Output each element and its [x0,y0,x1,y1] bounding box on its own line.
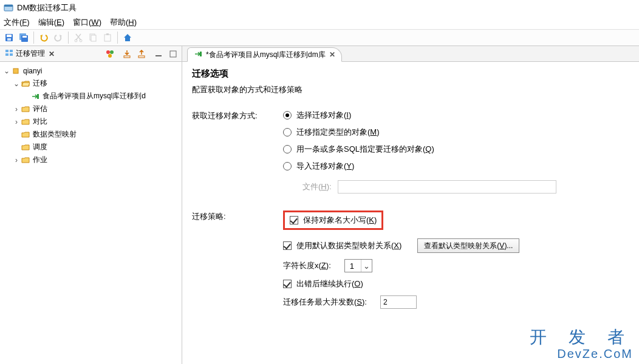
tree-item-evaluate[interactable]: › 评估 [1,103,180,115]
file-input [338,180,556,194]
left-panel-tab[interactable]: 迁移管理 ✕ [2,47,57,60]
tree-item-type-mapping[interactable]: 数据类型映射 [1,128,180,141]
tree-root[interactable]: ⌄ qianyi [1,64,180,77]
check-label: 出错后继续执行(O) [296,278,363,289]
radio-by-sql[interactable]: 用一条或多条SQL指定要迁移的对象(Q) [283,144,629,155]
radio-icon [283,111,292,120]
menu-edit[interactable]: 编辑(E) [38,17,64,28]
tree-item-label: 对比 [33,116,47,127]
migration-task-icon [30,92,40,101]
svg-rect-4 [7,38,11,41]
svg-point-19 [110,50,114,54]
migration-manager-icon [5,49,13,59]
tree-root-label: qianyi [23,67,42,75]
svg-rect-1 [4,5,13,7]
editor-content: 迁移选项 配置获取对象的方式和迁移策略 获取迁移对象方式: 选择迁移对象(I) … [182,62,639,364]
checkbox-icon [290,216,298,224]
svg-rect-24 [170,51,176,57]
save-icon[interactable] [2,31,16,44]
collapse-icon[interactable]: ⌄ [2,67,11,75]
radio-import[interactable]: 导入迁移对象(Y) [283,161,629,172]
expand-icon[interactable]: › [12,105,21,113]
editor-tab-label: *食品考评项目从mysql库迁移到dm库 [206,50,326,60]
tree-item-migration-child[interactable]: 食品考评项目从mysql库迁移到d [1,90,180,103]
collapse-icon[interactable]: ⌄ [12,79,21,88]
editor-tab[interactable]: *食品考评项目从mysql库迁移到dm库 ✕ [187,47,342,62]
check-default-mapping[interactable]: 使用默认数据类型映射关系(X) 查看默认类型映射关系(V)... [283,238,629,253]
chevron-down-icon: ⌄ [361,260,372,272]
svg-rect-13 [106,33,109,35]
svg-rect-15 [10,50,13,52]
tree-item-label: 迁移 [33,78,47,89]
svg-rect-7 [22,36,27,38]
nav-tree: ⌄ qianyi ⌄ 迁移 食品考评项目从mysql库迁移到d › 评估 › [0,62,182,364]
view-mapping-button[interactable]: 查看默认类型映射关系(V)... [417,238,519,253]
char-length-combo[interactable]: 1 ⌄ [344,259,372,272]
cluster-icon[interactable] [104,48,116,60]
close-icon[interactable]: ✕ [49,50,55,58]
strategy-label: 迁移策略: [192,211,283,222]
redo-icon [52,31,65,44]
radio-label: 迁移指定类型的对象(M) [296,127,380,138]
svg-rect-12 [104,35,111,41]
save-all-icon[interactable] [17,31,30,44]
max-parallel-input[interactable] [380,295,417,309]
tree-item-label: 食品考评项目从mysql库迁移到d [43,91,146,101]
cut-icon [72,31,85,44]
export-icon[interactable] [135,48,148,60]
menu-window[interactable]: 窗口(W) [73,17,101,28]
minimize-icon[interactable] [152,48,165,60]
svg-rect-25 [13,69,18,73]
checkbox-icon [283,241,292,250]
svg-point-18 [106,50,110,54]
page-subtitle: 配置获取对象的方式和迁移策略 [192,84,629,95]
tree-item-migration[interactable]: ⌄ 迁移 [1,77,180,90]
folder-icon [21,104,30,114]
tree-item-label: 调度 [33,142,47,152]
folder-icon [21,143,30,152]
tree-item-jobs[interactable]: › 作业 [1,153,180,166]
svg-point-20 [108,54,112,58]
check-label: 保持对象名大小写(K) [303,215,377,226]
radio-select-objects[interactable]: 选择迁移对象(I) [283,110,629,121]
tree-item-label: 数据类型映射 [33,129,77,140]
expand-icon[interactable]: › [12,156,21,164]
check-label: 使用默认数据类型映射关系(X) [296,240,402,251]
svg-rect-23 [155,55,162,56]
radio-label: 用一条或多条SQL指定要迁移的对象(Q) [296,144,434,155]
svg-rect-3 [7,35,12,37]
svg-rect-27 [200,52,202,56]
maximize-icon[interactable] [167,48,179,60]
import-icon[interactable] [121,48,133,60]
editor-area: *食品考评项目从mysql库迁移到dm库 ✕ 迁移选项 配置获取对象的方式和迁移… [182,46,639,364]
folder-open-icon [21,79,30,89]
method-label: 获取迁移对象方式: [192,110,283,121]
left-panel-header: 迁移管理 ✕ [0,46,182,62]
window-title: DM数据迁移工具 [17,2,77,13]
tree-item-label: 作业 [33,155,47,165]
editor-tabbar: *食品考评项目从mysql库迁移到dm库 ✕ [182,46,639,62]
highlight-box: 保持对象名大小写(K) [283,211,383,230]
tree-item-schedule[interactable]: 调度 [1,141,180,153]
home-icon[interactable] [121,31,134,44]
combo-value: 1 [345,261,361,271]
tree-item-compare[interactable]: › 对比 [1,115,180,128]
close-icon[interactable]: ✕ [329,50,335,59]
check-keep-case[interactable]: 保持对象名大小写(K) [290,215,377,226]
menubar: 文件(F) 编辑(E) 窗口(W) 帮助(H) [0,16,639,29]
svg-rect-11 [91,35,96,41]
check-continue-on-error[interactable]: 出错后继续执行(O) [283,278,629,289]
expand-icon[interactable]: › [12,118,21,126]
left-panel: 迁移管理 ✕ ⌄ qianyi ⌄ 迁移 [0,46,182,364]
radio-by-type[interactable]: 迁移指定类型的对象(M) [283,127,629,138]
radio-label: 导入迁移对象(Y) [296,161,354,172]
menu-file[interactable]: 文件(F) [4,17,30,28]
copy-icon [86,31,100,44]
undo-icon[interactable] [37,31,50,44]
svg-rect-22 [138,56,145,58]
toolbar [0,29,639,46]
window-titlebar: DM数据迁移工具 [0,0,639,16]
svg-rect-26 [37,94,39,99]
menu-help[interactable]: 帮助(H) [110,17,137,28]
char-length-label: 字符长度x(Z): [283,260,331,271]
